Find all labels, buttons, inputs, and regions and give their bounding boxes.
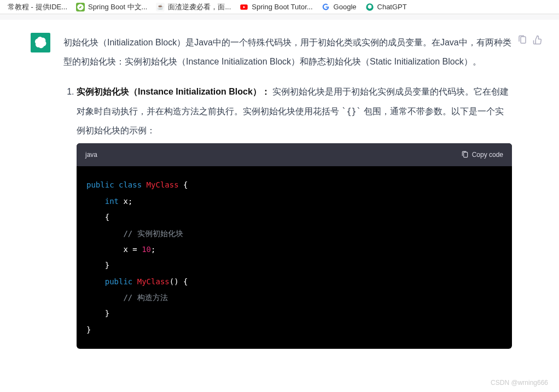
bookmark-label: 常教程 - 提供IDE... xyxy=(8,2,67,12)
copy-code-label: Copy code xyxy=(472,148,503,162)
bookmark-label: Google xyxy=(334,3,357,11)
svg-rect-1 xyxy=(463,152,467,157)
java-icon: ☕ xyxy=(156,3,165,11)
bookmark-item[interactable]: Google xyxy=(318,2,360,13)
assistant-avatar xyxy=(31,33,50,52)
bookmark-item[interactable]: 常教程 - 提供IDE... xyxy=(4,1,71,13)
bookmark-item[interactable]: ☕ 面渣逆袭必看，面... xyxy=(153,1,234,13)
content-divider xyxy=(0,14,559,20)
inline-code: `{}` xyxy=(341,107,361,116)
numbered-list: 实例初始化块（Instance Initialization Block）： 实… xyxy=(63,82,512,349)
code-header: java Copy code xyxy=(77,143,512,166)
spring-icon xyxy=(76,3,85,11)
code-block: java Copy code public class MyClass { in… xyxy=(77,143,512,349)
code-language-label: java xyxy=(85,148,97,162)
bookmark-item[interactable]: Spring Boot Tutor... xyxy=(236,2,316,13)
copy-icon[interactable] xyxy=(517,35,527,45)
bookmark-label: ChatGPT xyxy=(377,3,407,11)
bookmarks-bar: 常教程 - 提供IDE... Spring Boot 中文... ☕ 面渣逆袭必… xyxy=(0,0,559,14)
svg-rect-2 xyxy=(521,37,526,43)
cutoff-text: 在上面的例子中，实例初始化块用于初始化实例变量 `x` xyxy=(0,353,559,364)
list-item: 实例初始化块（Instance Initialization Block）： 实… xyxy=(77,82,512,349)
message-actions xyxy=(517,35,543,45)
bookmark-label: 面渣逆袭必看，面... xyxy=(168,2,231,12)
message-content: 初始化块（Initialization Block）是Java中的一个特殊代码块… xyxy=(63,33,512,353)
assistant-message: 初始化块（Initialization Block）是Java中的一个特殊代码块… xyxy=(0,20,559,353)
bookmark-label: Spring Boot 中文... xyxy=(88,2,147,12)
intro-paragraph: 初始化块（Initialization Block）是Java中的一个特殊代码块… xyxy=(63,33,512,71)
google-icon xyxy=(322,3,330,11)
youtube-icon xyxy=(240,3,248,11)
openai-icon xyxy=(365,3,374,11)
list-item-title: 实例初始化块（Instance Initialization Block）： xyxy=(77,87,270,96)
bookmark-item[interactable]: ChatGPT xyxy=(362,2,410,13)
bookmark-label: Spring Boot Tutor... xyxy=(252,3,312,11)
thumbs-up-icon[interactable] xyxy=(533,35,543,45)
copy-code-button[interactable]: Copy code xyxy=(461,148,503,162)
clipboard-icon xyxy=(461,151,469,159)
bookmark-item[interactable]: Spring Boot 中文... xyxy=(73,1,150,13)
code-content[interactable]: public class MyClass { int x; { // 实例初始化… xyxy=(77,166,512,349)
